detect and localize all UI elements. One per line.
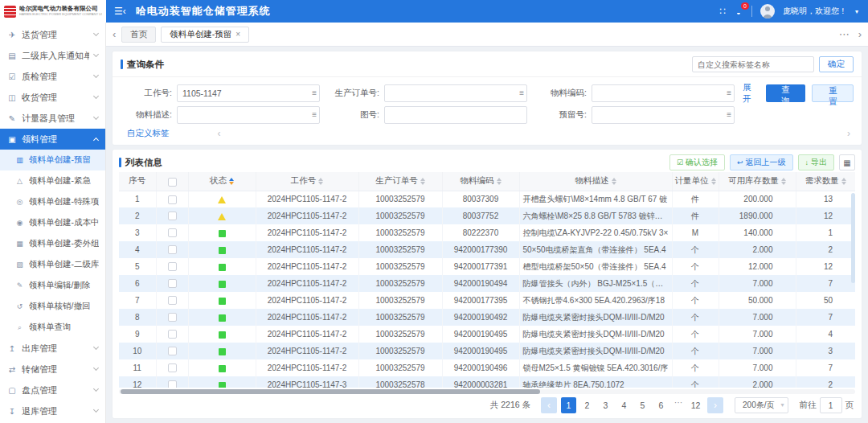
expand-link[interactable]: 展开 [743,82,760,105]
tab[interactable]: 首页 [121,27,156,43]
column-header[interactable]: 物料编码 [442,172,519,191]
sort-icon[interactable] [420,178,425,185]
page-number[interactable]: 3 [598,397,613,413]
page-number[interactable]: 12 [688,397,703,413]
sort-icon[interactable] [711,178,716,185]
row-checkbox[interactable] [168,380,177,388]
row-checkbox[interactable] [168,262,177,271]
table-row[interactable]: 6 2024HPC1105-1147-2 10003252579 9420001… [119,275,855,292]
row-checkbox[interactable] [168,228,177,237]
column-header[interactable]: 计量单位 [672,172,719,191]
sort-icon[interactable] [318,178,323,185]
more-pages-icon[interactable]: ··· [672,397,685,413]
custom-tag-name-input[interactable] [692,56,814,72]
sidebar-item[interactable]: ▤ 二级库入库通知单 [0,45,105,66]
column-header[interactable]: 状态 [188,172,256,191]
next-page-button[interactable]: › [707,397,723,413]
row-checkbox[interactable] [168,195,177,204]
collapse-sidebar-icon[interactable]: ☰‹ [114,6,126,17]
reserve-no-input[interactable] [592,106,735,124]
page-number[interactable]: 4 [616,397,632,413]
chevron-down-icon[interactable]: ▾ [855,8,858,15]
production-order-input[interactable] [384,84,527,102]
row-checkbox[interactable] [168,313,177,322]
filter-icon[interactable]: ≡ [727,109,731,120]
sidebar-item[interactable]: ▣ 领料管理 [0,129,105,150]
row-checkbox[interactable] [168,212,177,220]
sidebar-item[interactable]: ↧ 退库管理 [0,400,105,421]
filter-icon[interactable]: ≡ [312,88,317,98]
tab[interactable]: 领料单创建-预留 × [161,27,249,43]
table-row[interactable]: 2 2024HPC1105-1147-2 10003252579 8003775… [119,207,855,224]
column-header[interactable]: 物料描述 [519,172,672,191]
page-number[interactable]: 5 [635,397,650,413]
column-header[interactable]: 生产订单号 [358,172,442,191]
sidebar-subitem[interactable]: ▦ 领料单创建-委外组件 [0,233,105,254]
column-header[interactable]: 工作号 [256,172,358,191]
row-checkbox[interactable] [168,347,177,355]
goto-page-input[interactable] [820,397,842,413]
sidebar-item[interactable]: ▢ 盘点管理 [0,380,105,400]
material-desc-input[interactable] [177,106,320,124]
column-header[interactable]: 可用库存数量 [719,172,796,191]
tabs-scroll-left-icon[interactable]: ‹ [113,29,116,39]
tabs-scroll-right-icon[interactable]: › [858,29,862,39]
avatar[interactable] [760,4,775,18]
row-checkbox[interactable] [168,296,177,305]
sidebar-item[interactable]: ✈ 送货管理 [0,24,105,45]
sidebar-item[interactable]: ↥ 出库管理 [0,338,105,359]
sidebar-item[interactable]: ✎ 计量器具管理 [0,108,105,129]
page-number[interactable]: 6 [653,397,669,413]
sort-icon[interactable] [497,178,502,185]
fullscreen-icon[interactable]: ∷ [719,6,726,17]
sidebar-subitem[interactable]: △ 领料单创建-紧急 [0,170,105,191]
sort-icon[interactable] [229,178,234,185]
column-settings-button[interactable]: ▦ [839,154,855,170]
sidebar-subitem[interactable]: ✎ 领料单编辑/删除 [0,275,105,296]
page-number[interactable]: 1 [561,397,576,413]
drawing-no-input[interactable] [384,106,527,124]
table-row[interactable]: 1 2024HPC1105-1147-2 10003252579 8003730… [119,191,855,207]
table-row[interactable]: 8 2024HPC1105-1147-2 10003252579 9420001… [119,309,855,326]
row-checkbox[interactable] [168,330,177,339]
page-number[interactable]: 2 [579,397,595,413]
tag-confirm-button[interactable]: 确定 [819,56,854,72]
tags-scroll-right-icon[interactable]: › [847,128,850,139]
search-button[interactable]: 查 询 [766,84,806,102]
table-row[interactable]: 11 2024HPC1105-1147-2 10003252579 942000… [119,359,855,376]
sidebar-item[interactable]: ⇄ 转储管理 [0,359,105,380]
sidebar-subitem[interactable]: ↺ 领料单核销/撤回 [0,296,105,317]
filter-icon[interactable]: ≡ [312,109,317,120]
notification-bell-icon[interactable]: 0 [734,6,743,16]
sidebar-subitem[interactable]: ▧ 领料单创建-二级库 [0,254,105,275]
filter-icon[interactable]: ≡ [727,88,731,98]
sidebar-item[interactable]: ◫ 收货管理 [0,87,105,108]
column-header[interactable]: 需求数量 [796,172,855,191]
close-icon[interactable]: × [235,31,240,39]
export-button[interactable]: ↓ 导出 [798,154,835,170]
reset-button[interactable]: 重 置 [812,84,854,102]
sidebar-subitem[interactable]: ▥ 领料单创建-预留 [0,150,105,170]
sidebar-subitem[interactable]: ◉ 领料单创建-成本中心 [0,212,105,233]
sidebar-subitem[interactable]: ◎ 领料单创建-特殊项目 [0,191,105,212]
back-button[interactable]: ↩ 返回上一级 [730,154,793,170]
confirm-select-button[interactable]: ☑ 确认选择 [669,154,725,170]
row-checkbox[interactable] [168,363,177,372]
sort-icon[interactable] [841,178,846,185]
prev-page-button[interactable]: ‹ [541,397,557,413]
table-row[interactable]: 9 2024HPC1105-1147-2 10003252579 9420001… [119,326,855,343]
row-checkbox[interactable] [168,245,177,254]
work-no-input[interactable] [177,84,320,102]
table-row[interactable]: 5 2024HPC1105-1147-2 10003252579 9420001… [119,258,855,275]
table-row[interactable]: 10 2024HPC1105-1147-2 10003252579 942000… [119,343,855,359]
user-greeting[interactable]: 庞晓明，欢迎您！ [783,6,847,17]
tabs-more-icon[interactable]: ⋯ [836,28,853,40]
sort-icon[interactable] [781,178,786,185]
tags-scroll-left-icon[interactable]: ‹ [218,128,221,139]
page-size-select[interactable]: 200条/页 ▾ [735,397,788,413]
custom-tag-link[interactable]: 自定义标签 [127,128,170,139]
table-row[interactable]: 3 2024HPC1105-1147-2 10003252579 8022237… [119,224,855,241]
table-row[interactable]: 4 2024HPC1105-1147-2 10003252579 9420001… [119,241,855,258]
horizontal-scrollbar-thumb[interactable] [121,389,540,394]
vertical-scrollbar[interactable] [851,193,855,283]
